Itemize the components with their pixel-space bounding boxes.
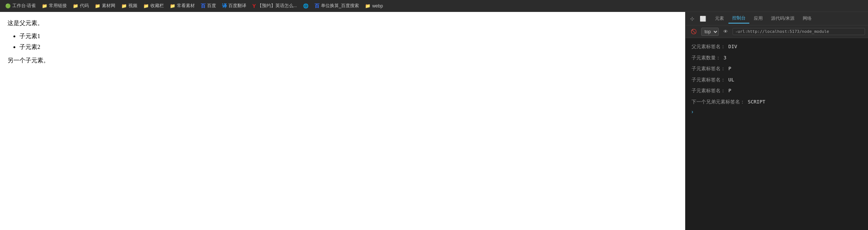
folder-icon: 📁: [121, 3, 127, 9]
info-value: 3: [724, 55, 727, 60]
bookmark-unit-convert[interactable]: 百 单位换算_百度搜索: [312, 2, 362, 10]
folder-icon: 📁: [170, 3, 175, 9]
info-value: P: [728, 66, 731, 71]
child-list: 子元素1 子元素2: [19, 31, 678, 52]
info-key: 子元素标签名：: [691, 88, 725, 93]
expand-chevron[interactable]: ›: [691, 107, 862, 116]
bookmark-translate[interactable]: 译 百度翻译: [220, 2, 249, 10]
bookmark-label: 素材网: [102, 3, 115, 9]
info-row-child-tag-1: 子元素标签名： P: [691, 63, 862, 74]
bookmark-common-links[interactable]: 📁 常用链接: [40, 2, 69, 10]
child-item-1: 子元素1: [19, 31, 678, 41]
page-content: 这是父元素。 子元素1 子元素2 另一个子元素。: [0, 12, 685, 230]
info-value: DIV: [728, 44, 737, 49]
bookmark-label: 收藏栏: [150, 3, 164, 9]
youdao-icon: Y: [252, 3, 256, 9]
bookmark-code[interactable]: 📁 代码: [71, 2, 91, 10]
bookmark-common-material[interactable]: 📁 常看素材: [168, 2, 197, 10]
eye-button[interactable]: 👁: [721, 28, 730, 35]
folder-icon: 📁: [42, 3, 47, 9]
info-row-child-tag-2: 子元素标签名： UL: [691, 74, 862, 86]
bookmark-label: 视频: [128, 3, 137, 9]
bookmark-label: 代码: [80, 3, 89, 9]
context-selector[interactable]: top: [701, 28, 719, 36]
folder-icon: 📁: [365, 3, 371, 9]
bookmark-label: 常用链接: [49, 3, 67, 9]
devtools-tab-icons: ⊹ ⬜: [689, 15, 708, 22]
main-area: 这是父元素。 子元素1 子元素2 另一个子元素。 ⊹ ⬜ 元素 控制台 应用 源…: [0, 12, 868, 230]
info-key: 父元素标签名：: [691, 44, 725, 49]
info-row-parent-tag: 父元素标签名： DIV: [691, 41, 862, 52]
devtools-content: 父元素标签名： DIV 子元素数量： 3 子元素标签名： P 子元素标签名： U…: [686, 38, 868, 230]
info-key: 子元素标签名：: [691, 77, 725, 83]
bookmark-youdao[interactable]: Y 【预约】英语怎么...: [250, 2, 299, 10]
bookmark-label: 百度翻译: [228, 3, 246, 9]
tab-elements[interactable]: 元素: [711, 14, 728, 23]
inspect-icon[interactable]: ⊹: [689, 15, 696, 22]
tab-console[interactable]: 控制台: [728, 13, 749, 24]
bookmark-label: 工作台·语雀: [12, 3, 36, 9]
bookmark-baidu[interactable]: 百 百度: [199, 2, 218, 10]
tab-sources[interactable]: 源代码/来源: [767, 14, 798, 23]
baidu-icon2: 百: [315, 3, 319, 9]
info-row-sibling-tag: 下一个兄弟元素标签名： SCRIPT: [691, 96, 862, 108]
bookmark-label: 常看素材: [177, 3, 195, 9]
tab-application[interactable]: 应用: [750, 14, 766, 23]
translate-icon: 译: [222, 3, 227, 9]
devtools-toolbar: 🚫 top 👁 -url:http://localhost:5173/node_…: [686, 25, 868, 38]
workbench-icon: 🟢: [5, 3, 11, 9]
devtools-tabs: ⊹ ⬜ 元素 控制台 应用 源代码/来源 网络: [686, 12, 868, 25]
devtools-panel: ⊹ ⬜ 元素 控制台 应用 源代码/来源 网络 🚫 top: [685, 12, 868, 230]
bookmark-webp[interactable]: 📁 webp: [363, 3, 385, 9]
tab-network[interactable]: 网络: [799, 14, 815, 23]
bookmark-label: 【预约】英语怎么...: [257, 3, 297, 9]
folder-icon: 📁: [73, 3, 78, 9]
device-icon[interactable]: ⬜: [698, 15, 708, 22]
child-item-2: 子元素2: [19, 42, 678, 52]
info-value: SCRIPT: [748, 99, 765, 105]
bookmark-workbench[interactable]: 🟢 工作台·语雀: [3, 2, 38, 10]
info-key: 下一个兄弟元素标签名：: [691, 99, 745, 105]
info-value: P: [728, 88, 731, 93]
clear-console-button[interactable]: 🚫: [689, 28, 699, 35]
console-url: -url:http://localhost:5173/node_module: [733, 28, 865, 35]
baidu-icon: 百: [201, 3, 206, 9]
bookmark-video[interactable]: 📁 视频: [119, 2, 140, 10]
folder-icon: 📁: [143, 3, 149, 9]
parent-element-text: 这是父元素。: [7, 18, 678, 28]
globe-icon: 🌐: [303, 3, 309, 9]
folder-icon: 📁: [95, 3, 100, 9]
info-key: 子元素标签名：: [691, 66, 725, 71]
info-key: 子元素数量：: [691, 55, 721, 60]
info-row-child-tag-3: 子元素标签名： P: [691, 85, 862, 96]
bookmarks-bar: 🟢 工作台·语雀 📁 常用链接 📁 代码 📁 素材网 📁 视频 📁 收藏栏 📁 …: [0, 0, 868, 12]
bookmark-label: 单位换算_百度搜索: [321, 3, 359, 9]
info-value: UL: [728, 77, 734, 83]
bookmark-globe[interactable]: 🌐: [301, 3, 311, 9]
bookmark-label: 百度: [207, 3, 216, 9]
bookmark-material[interactable]: 📁 素材网: [93, 2, 118, 10]
info-row-child-count: 子元素数量： 3: [691, 52, 862, 63]
bookmark-favorites[interactable]: 📁 收藏栏: [141, 2, 166, 10]
bookmark-label: webp: [372, 3, 383, 9]
another-child-text: 另一个子元素。: [7, 55, 678, 65]
